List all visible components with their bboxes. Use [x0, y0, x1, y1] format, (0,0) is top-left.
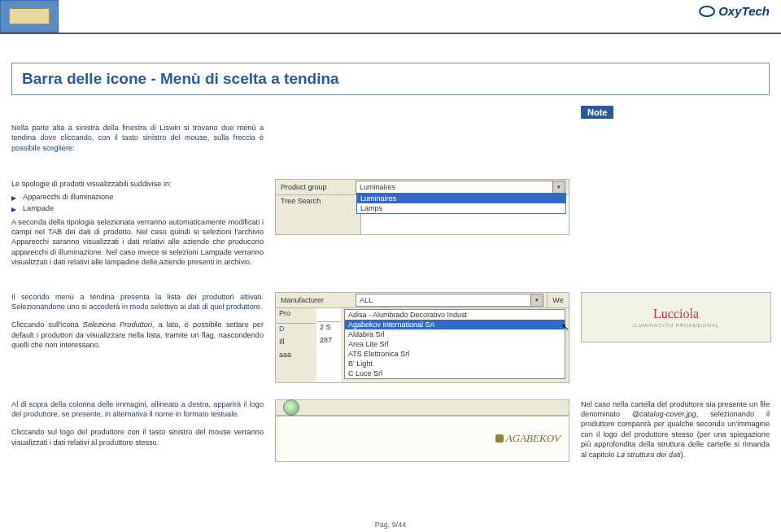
list-item[interactable]: B' Light [345, 359, 565, 368]
note-heading: Note [581, 106, 613, 119]
s3-p1: Al di sopra della colonna delle immagini… [11, 399, 264, 420]
list-item[interactable]: Aldabra Srl [345, 329, 565, 339]
cell: Ill [276, 337, 316, 350]
globe-icon [283, 399, 299, 416]
logo-icon [699, 6, 715, 17]
bullet-luminaires: Apparecchi di illuminazione [11, 192, 264, 202]
option-luminaires[interactable]: Luminaires [357, 194, 565, 203]
option-lamps[interactable]: Lamps [357, 203, 565, 213]
chevron-down-icon[interactable]: ▾ [552, 181, 565, 193]
s3-p2: Cliccando sul logo del produttore con il… [11, 427, 264, 447]
cell: aaa [276, 350, 316, 363]
s1-body: A seconda della tipologia selezionata ve… [11, 217, 264, 268]
dropdown-value: ALL [360, 296, 373, 304]
s1-line1: Le tipologie di prodotti visualizzabili … [11, 179, 264, 189]
content-area: Note [0, 102, 781, 123]
top-ribbon-inner [9, 8, 50, 24]
screenshot-logo-strip: AGABEKOV [275, 399, 569, 462]
page-footer: Pag. 9/44 [0, 521, 781, 529]
cell [316, 348, 341, 361]
s2-p2: Cliccando sull'icona Seleziona Produttor… [11, 320, 264, 350]
list-item[interactable]: C Luce Srl [345, 368, 565, 378]
sidebar-logo-lucciola: Lucciola ILUMINACIÓN PROFESIONAL [581, 292, 771, 342]
list-item[interactable]: Area Lite Srl [345, 339, 565, 349]
top-ribbon [0, 0, 59, 33]
note-col: Note [581, 106, 770, 123]
col-head: Pro [276, 308, 316, 324]
cell: D [276, 324, 316, 337]
list-item[interactable]: Adisa - Alumbrado Decorativo Indust [345, 310, 565, 320]
logo-text: OxyTech [718, 4, 770, 18]
title-box: Barra delle icone - Menù di scelta a ten… [11, 63, 770, 95]
row-manufacturer: Il secondo menù a tendina presenta la li… [11, 292, 770, 383]
label-manufacturer: Manufacturer [276, 293, 356, 307]
brand-name: Lucciola [653, 305, 699, 323]
intro-col [11, 106, 264, 123]
screenshot-product-group: Product group Luminaires ▾ Luminaires La… [275, 179, 569, 235]
s2-p1: Il secondo menù a tendina presenta la li… [11, 292, 264, 312]
label-tree-search: Tree Search [276, 195, 361, 234]
row-product-group: Le tipologie di prodotti visualizzabili … [11, 179, 770, 275]
dropdown-value: Luminaires [360, 183, 395, 191]
dropdown-list: Luminaires Lamps [356, 193, 566, 214]
brand-logo: OxyTech [699, 4, 770, 18]
cell: 287 [316, 335, 341, 348]
intro-paragraph: Nella parte alta a sinistra della finest… [11, 123, 264, 153]
brand-sub: ILUMINACIÓN PROFESIONAL [633, 322, 720, 329]
bullet-lamps: Lampade [11, 203, 264, 213]
header-divider [0, 33, 781, 34]
screenshot-manufacturer: Manufacturer ALL ▾ We Pro D Ill aaa [275, 292, 569, 383]
web-button[interactable]: We [547, 293, 569, 307]
side3-text: Nel caso nella cartella del produttore s… [581, 399, 770, 460]
chevron-down-icon[interactable]: ▾ [530, 294, 543, 306]
globe-button[interactable] [276, 400, 302, 415]
label-product-group: Product group [276, 180, 356, 194]
manufacturer-logo[interactable]: AGABEKOV [495, 432, 561, 445]
cell: 2 S [316, 322, 341, 335]
manufacturer-list[interactable]: Adisa - Alumbrado Decorativo Indust Agab… [344, 309, 565, 379]
logo-mark-icon [495, 434, 504, 443]
list-item-selected[interactable]: Agabekov International SA ↖ [345, 320, 565, 329]
list-item[interactable]: ATS Elettronica Srl [345, 349, 565, 359]
cursor-icon: ↖ [561, 321, 569, 333]
row-logo-area: Al di sopra della colonna delle immagini… [11, 399, 770, 462]
dropdown-manufacturer[interactable]: ALL ▾ [356, 294, 543, 307]
page-title: Barra delle icone - Menù di scelta a ten… [22, 70, 759, 88]
dropdown-product-group[interactable]: Luminaires ▾ Luminaires Lamps [356, 181, 565, 194]
